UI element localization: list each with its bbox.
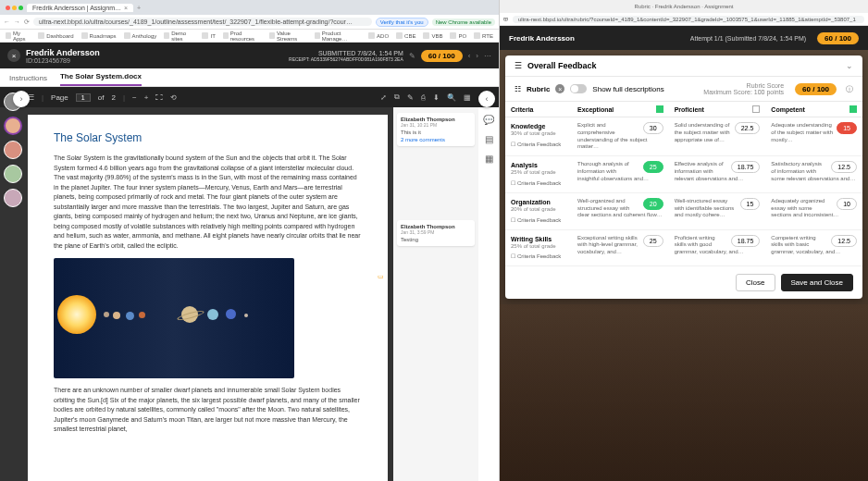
grid-icon[interactable]: ▦ <box>464 93 471 102</box>
rubric-score-label: Rubric Score <box>703 82 784 89</box>
rubric-cell[interactable]: 15Well-structured essay with identifiabl… <box>669 193 766 230</box>
verify-pill[interactable]: Verify that it's you <box>376 18 428 27</box>
print-icon[interactable]: ⎙ <box>421 93 426 102</box>
bookmark-item[interactable]: Dashboard <box>38 32 73 39</box>
bookmark-item[interactable]: RTE <box>474 32 493 39</box>
close-button[interactable]: Close <box>736 274 775 291</box>
expand-right-icon[interactable]: ‹ <box>478 91 495 107</box>
bookmark-item[interactable]: VBB <box>423 32 442 39</box>
checkbox-icon[interactable] <box>849 105 857 113</box>
page-of: of <box>98 93 105 102</box>
comment-body: Testing <box>401 237 471 242</box>
new-chrome-pill[interactable]: New Chrome available <box>432 18 495 26</box>
grade-pill[interactable]: 60 / 100 <box>817 32 859 44</box>
zoom-in-icon[interactable]: + <box>144 93 149 102</box>
save-button[interactable]: Save and Close <box>781 274 853 291</box>
rubric-cell[interactable]: 18.75Effective analysis of information w… <box>669 156 766 193</box>
overall-feedback-label: Overall Feedback <box>527 61 597 70</box>
tab-file[interactable]: The Solar System.docx <box>60 72 142 86</box>
col-competent: Competent <box>765 102 862 117</box>
grid-icon[interactable]: ▦ <box>485 154 493 164</box>
col-proficient: Proficient <box>669 102 766 117</box>
rubric-score-max: Maximum Score: 100 points <box>703 89 784 95</box>
search-icon[interactable]: 🔍 <box>447 93 456 102</box>
edit-icon[interactable]: ✎ <box>409 52 415 60</box>
copy-icon[interactable]: ⧉ <box>394 92 400 102</box>
more-icon[interactable]: ⋯ <box>484 52 491 60</box>
rubric-score-pill: 60 / 100 <box>795 83 837 95</box>
avatar[interactable] <box>4 117 22 135</box>
chevron-down-icon[interactable]: ⌄ <box>846 61 853 70</box>
zoom-out-icon[interactable]: − <box>132 93 137 102</box>
close-rubric-icon[interactable]: × <box>555 84 564 93</box>
open-icon[interactable]: ⤢ <box>380 93 387 102</box>
tab-instructions[interactable]: Instructions <box>9 74 47 86</box>
rubric-cell[interactable]: 12.5Satisfactory analysis of information… <box>765 156 862 193</box>
annotation-icon[interactable]: ▭ <box>378 272 384 282</box>
fit-icon[interactable]: ⛶ <box>155 93 163 102</box>
new-tab-button[interactable]: + <box>137 5 141 11</box>
forward-icon[interactable]: → <box>14 18 20 26</box>
comment-card[interactable]: Elizabeth Thompson Jan 31, 3:59 PM Testi… <box>397 220 475 246</box>
show-full-toggle[interactable] <box>570 84 587 93</box>
checkbox-icon[interactable] <box>656 105 663 113</box>
rubric-cell[interactable]: 18.75Proficient writing skills with good… <box>669 230 766 267</box>
feedback-icon: ☰ <box>515 61 522 70</box>
rubric-cell[interactable]: 25Exceptional writing skills with high-l… <box>572 230 669 267</box>
grade-pill[interactable]: 60 / 100 <box>421 50 463 62</box>
rubric-cell[interactable]: 15Adequate understanding of the subject … <box>765 117 862 156</box>
url-input[interactable]: ultra-next.bbpd.io/ultra/rubric/?courseI… <box>513 16 864 23</box>
avatar[interactable] <box>4 165 22 183</box>
page-total: 2 <box>111 93 115 102</box>
bookmark-item[interactable]: CBE <box>396 32 415 39</box>
bookmark-item[interactable]: My Apps <box>6 31 31 42</box>
back-button[interactable]: × <box>7 49 20 62</box>
info-icon[interactable]: ⓘ <box>846 84 853 94</box>
bookmark-item[interactable]: Demo sites <box>164 31 194 42</box>
tab-title: Fredrik Andersson | Assignm… <box>32 5 121 11</box>
download-icon[interactable]: ⬇ <box>433 93 440 102</box>
avatar[interactable] <box>4 141 22 159</box>
address-bar: ⛨ ultra-next.bbpd.io/ultra/rubric/?cours… <box>500 13 868 26</box>
close-icon[interactable]: × <box>124 5 128 11</box>
bookmark-item[interactable]: Product Manage… <box>315 31 361 42</box>
bookmark-item[interactable]: Anthology <box>124 32 157 39</box>
layers-icon[interactable]: ▤ <box>485 134 493 144</box>
comment-icon[interactable]: ✎ <box>407 93 414 102</box>
rubric-cell[interactable]: 12.5Competent writing skills with basic … <box>765 230 862 267</box>
expand-left-icon[interactable]: › <box>13 91 30 107</box>
rubric-table: Criteria Exceptional Proficient Competen… <box>505 102 862 266</box>
rubric-cell[interactable]: 25Thorough analysis of information with … <box>572 156 669 193</box>
criteria-cell: Writing Skills25% of total grade☐ Criter… <box>505 230 572 267</box>
next-student-icon[interactable]: › <box>476 52 478 60</box>
url-input[interactable]: ultra-next.bbpd.io/ultra/courses/_4189_1… <box>33 18 372 26</box>
back-icon[interactable]: ← <box>4 18 10 26</box>
browser-tab-bar: Fredrik Andersson | Assignm… × + <box>0 0 499 15</box>
bookmark-item[interactable]: Roadmaps <box>81 32 117 39</box>
prev-student-icon[interactable]: ‹ <box>468 52 471 60</box>
comment-date: Jan 31, 10:21 PM <box>401 122 471 128</box>
overall-feedback-row[interactable]: ☰ Overall Feedback ⌄ <box>505 56 862 77</box>
rubric-actions: Close Save and Close <box>505 266 862 299</box>
bookmark-item[interactable]: IT <box>202 32 215 39</box>
reload-icon[interactable]: ⟳ <box>24 18 30 26</box>
more-comments-link[interactable]: 2 more comments <box>401 137 471 142</box>
rubric-cell[interactable]: 22.5Solid understanding of the subject m… <box>669 117 766 156</box>
chat-icon[interactable]: 💬 <box>483 115 494 125</box>
feedback-icon: ☐ <box>511 142 515 149</box>
rubric-cell[interactable]: 20Well-organized and structured essay wi… <box>572 193 669 230</box>
bookmark-item[interactable]: ADO <box>368 32 389 39</box>
comment-card[interactable]: Elizabeth Thompson Jan 31, 10:21 PM This… <box>397 113 475 146</box>
right-icon-rail: 💬 ▤ ▦ <box>478 107 499 481</box>
page-input[interactable] <box>76 93 91 102</box>
avatar[interactable] <box>4 189 22 207</box>
checkbox-icon[interactable] <box>752 105 760 113</box>
rubric-cell[interactable]: 30Explicit and comprehensive understandi… <box>572 117 669 156</box>
bookmark-item[interactable]: PO <box>450 32 466 39</box>
shield-icon[interactable]: ⛨ <box>503 17 509 22</box>
browser-tab[interactable]: Fredrik Andersson | Assignm… × <box>27 4 133 12</box>
bookmark-item[interactable]: Value Streams <box>269 31 307 42</box>
bookmark-item[interactable]: Prod resources <box>223 31 262 42</box>
rotate-icon[interactable]: ⟲ <box>170 93 177 102</box>
rubric-cell[interactable]: 10Adequately organized essay with some s… <box>765 193 862 230</box>
